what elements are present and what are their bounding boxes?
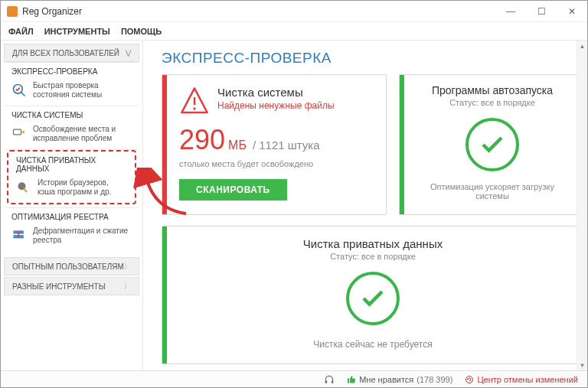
sidebar-item-private[interactable]: Истории браузеров, кэша программ и др. [8,174,135,203]
group-advanced-label: ОПЫТНЫМ ПОЛЬЗОВАТЕЛЯМ [12,262,124,271]
check-circle-icon [346,272,400,325]
menubar: ФАЙЛ ИНСТРУМЕНТЫ ПОМОЩЬ [1,22,587,41]
group-advanced[interactable]: ОПЫТНЫМ ПОЛЬЗОВАТЕЛЯМ 〉 [4,257,139,276]
scan-button[interactable]: СКАНИРОВАТЬ [179,179,287,201]
sidebar-item-clean[interactable]: Освобождение места и исправление проблем [4,121,139,149]
card-private-subheading: Статус: все в порядке [330,252,416,261]
page-title: ЭКСПРЕСС-ПРОВЕРКА [162,50,580,67]
main-panel: ЭКСПРЕСС-ПРОВЕРКА Чистка системы Найдены… [143,41,587,370]
scroll-up-icon[interactable]: ▲ [577,41,587,51]
card-private-footer: Чистка сейчас не требуется [313,339,432,350]
card-private-heading: Чистка приватных данных [303,237,443,250]
card-clean-heading: Чистка системы [217,86,335,99]
headphones-icon[interactable] [324,374,335,385]
statusbar: Мне нравится (178 399) Центр отмены изме… [1,370,587,387]
like-button[interactable]: Мне нравится (178 399) [347,375,452,384]
svg-point-10 [466,376,473,383]
maximize-button[interactable]: ☐ [526,1,557,21]
svg-point-7 [193,107,195,109]
group-misc-label: РАЗНЫЕ ИНСТРУМЕНТЫ [12,282,106,291]
card-clean-subheading: Найдены ненужные файлы [217,100,335,111]
card-startup-footer: Оптимизация ускоряет загрузку системы [415,182,570,201]
card-system-clean: Чистка системы Найдены ненужные файлы 29… [162,74,387,215]
group-all-users[interactable]: ДЛЯ ВСЕХ ПОЛЬЗОВАТЕЛЕЙ ⋁ [4,44,139,62]
svg-rect-2 [14,129,21,135]
sidebar-item-registry[interactable]: Дефрагментация и сжатие реестра [4,223,139,251]
section-express-title: ЭКСПРЕСС-ПРОВЕРКА [4,63,139,77]
broom-icon [11,126,27,142]
sidebar-item-registry-label: Дефрагментация и сжатие реестра [33,227,132,245]
section-registry-title: ОПТИМИЗАЦИЯ РЕЕСТРА [4,208,139,223]
card-clean-count: / 1121 штука [253,139,320,152]
svg-line-1 [21,93,25,96]
like-count: (178 399) [416,375,452,384]
sidebar-item-express-label: Быстрая проверка состояния системы [33,81,132,99]
section-clean-title: ЧИСТКА СИСТЕМЫ [4,106,139,121]
like-label: Мне нравится [359,375,413,384]
menu-tools[interactable]: ИНСТРУМЕНТЫ [44,27,110,36]
menu-help[interactable]: ПОМОЩЬ [121,27,162,36]
check-circle-icon [466,118,519,171]
titlebar: Reg Organizer — ☐ ✕ [1,1,587,22]
close-button[interactable]: ✕ [557,1,587,21]
section-private-title: ЧИСТКА ПРИВАТНЫХ ДАННЫХ [8,152,135,174]
card-startup: Программы автозапуска Статус: все в поря… [399,74,580,215]
group-misc[interactable]: РАЗНЫЕ ИНСТРУМЕНТЫ 〉 [4,277,139,295]
app-title: Reg Organizer [22,6,495,17]
privacy-broom-icon [16,180,31,195]
card-startup-subheading: Статус: все в порядке [449,98,535,107]
sidebar: ДЛЯ ВСЕХ ПОЛЬЗОВАТЕЛЕЙ ⋁ ЭКСПРЕСС-ПРОВЕР… [1,41,143,370]
sidebar-item-clean-label: Освобождение места и исправление проблем [33,125,132,143]
defrag-icon [11,228,27,243]
card-clean-note: столько места будет освобождено [179,159,374,168]
minimize-button[interactable]: — [495,1,526,21]
chevron-right-icon: 〉 [124,262,131,272]
menu-file[interactable]: ФАЙЛ [8,27,34,36]
card-private-data: Чистка приватных данных Статус: все в по… [162,226,580,364]
sidebar-item-express[interactable]: Быстрая проверка состояния системы [4,77,139,106]
card-clean-unit: МБ [228,139,247,152]
card-clean-value: 290 [179,124,225,156]
card-startup-heading: Программы автозапуска [432,84,553,96]
undo-center[interactable]: Центр отмены изменений [465,375,578,384]
group-all-users-label: ДЛЯ ВСЕХ ПОЛЬЗОВАТЕЛЕЙ [12,49,119,57]
annotation-highlight-box: ЧИСТКА ПРИВАТНЫХ ДАННЫХ Истории браузеро… [7,150,136,204]
warning-triangle-icon [179,86,210,116]
vertical-scrollbar[interactable]: ▲ ▼ [577,41,587,370]
sidebar-item-private-label: Истории браузеров, кэша программ и др. [38,178,127,197]
chevron-right-icon: 〉 [124,282,131,292]
scroll-down-icon[interactable]: ▼ [577,360,587,370]
svg-rect-9 [332,380,333,383]
undo-label: Центр отмены изменений [477,375,578,384]
magnifier-check-icon [11,83,27,98]
app-icon [7,6,18,17]
svg-rect-8 [325,380,327,383]
chevron-down-icon: ⋁ [126,49,131,57]
